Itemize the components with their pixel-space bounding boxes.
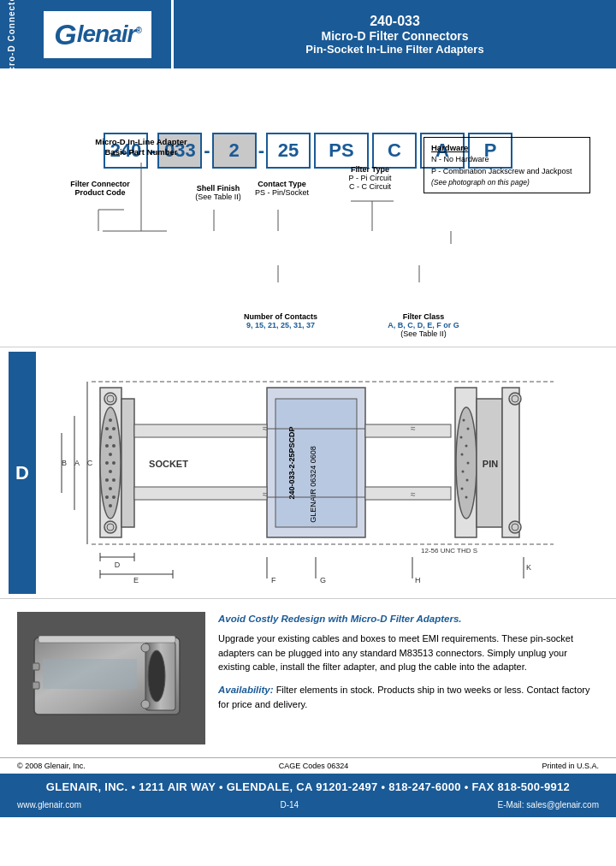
svg-point-34	[109, 470, 112, 473]
svg-point-35	[105, 478, 109, 482]
logo-g: G	[54, 18, 76, 51]
svg-point-27	[112, 427, 116, 430]
sep2: -	[202, 139, 211, 162]
product-subtitle: Pin-Socket In-Line Filter Adapters	[305, 43, 483, 56]
svg-point-31	[109, 453, 112, 456]
pn-box-25: 25	[266, 133, 311, 169]
svg-point-28	[109, 436, 112, 439]
logo-box: G lenair®	[44, 11, 151, 58]
svg-point-99	[148, 650, 165, 702]
contacts-label: Number of Contacts 9, 15, 21, 25, 31, 37	[229, 312, 332, 329]
svg-point-37	[109, 487, 112, 490]
filter-connector-label: Filter Connector Product Code	[70, 180, 130, 197]
product-headline: Avoid Costly Redesign with Micro-D Filte…	[218, 614, 462, 624]
svg-text:B: B	[62, 459, 67, 467]
svg-text:≈: ≈	[263, 489, 268, 499]
svg-point-43	[104, 521, 116, 533]
svg-text:240-033-2-25PSCDP: 240-033-2-25PSCDP	[287, 426, 296, 499]
svg-point-74	[509, 393, 521, 405]
pn-box-2: 2	[212, 133, 257, 169]
logo-area: G lenair®	[24, 0, 174, 68]
svg-text:D: D	[115, 561, 121, 569]
svg-text:GLENAIR 06324 0608: GLENAIR 06324 0608	[309, 446, 317, 523]
page-number: D-14	[280, 798, 299, 812]
technical-drawing-section: D A B C	[0, 347, 616, 598]
svg-rect-104	[33, 682, 39, 689]
product-photo	[17, 612, 205, 744]
svg-point-69	[466, 479, 469, 482]
pn-box-c: C	[372, 133, 417, 169]
product-description: Avoid Costly Redesign with Micro-D Filte…	[218, 612, 599, 744]
svg-text:H: H	[415, 576, 421, 584]
technical-drawing-svg: A B C	[40, 352, 605, 591]
svg-text:≈: ≈	[263, 424, 268, 433]
svg-point-67	[467, 462, 470, 465]
svg-point-38	[105, 495, 109, 499]
svg-text:12-56 UNC THD S: 12-56 UNC THD S	[421, 547, 477, 555]
svg-point-26	[105, 427, 109, 430]
adapter-label: Micro-D In-Line Adapter Basic Part Numbe…	[86, 137, 197, 158]
svg-point-76	[509, 521, 521, 533]
svg-point-70	[461, 488, 464, 490]
svg-text:G: G	[320, 576, 326, 584]
svg-point-29	[105, 444, 109, 448]
svg-rect-105	[43, 659, 137, 689]
svg-rect-54	[365, 424, 451, 437]
sep3: -	[257, 139, 266, 162]
hardware-box: Hardware N - No Hardware P - Combination…	[424, 137, 590, 193]
svg-point-25	[109, 418, 112, 422]
hardware-n: N - No Hardware	[431, 154, 583, 166]
svg-point-24	[100, 407, 121, 519]
svg-point-32	[105, 461, 109, 465]
svg-point-40	[109, 504, 112, 507]
footer-sub: www.glenair.com D-14 E-Mail: sales@glena…	[17, 798, 599, 812]
svg-rect-52	[134, 424, 267, 437]
availability-text: Availability: Filter elements in stock. …	[218, 683, 599, 712]
svg-text:PIN: PIN	[483, 459, 498, 469]
svg-text:F: F	[271, 576, 276, 584]
svg-rect-53	[134, 487, 267, 500]
contact-type-label: Contact Type PS - Pin/Socket	[250, 180, 314, 197]
svg-text:SOCKET: SOCKET	[149, 459, 188, 469]
svg-point-33	[112, 461, 116, 465]
svg-point-39	[112, 495, 116, 499]
svg-point-63	[467, 428, 470, 430]
svg-point-68	[462, 471, 465, 473]
svg-point-62	[463, 419, 465, 422]
hardware-p: P - Combination Jackscrew and Jackpost	[431, 166, 583, 178]
shell-finish-label: Shell Finish (See Table II)	[188, 184, 248, 201]
svg-point-65	[465, 445, 468, 448]
svg-point-61	[456, 407, 477, 519]
pn-box-ps: PS	[314, 133, 369, 169]
copyright: © 2008 Glenair, Inc.	[17, 762, 86, 770]
logo-text: lenair®	[77, 21, 141, 48]
sidebar-label: Micro-D Connectors	[0, 0, 24, 68]
cage-code: CAGE Codes 06324	[279, 762, 349, 770]
website: www.glenair.com	[17, 798, 81, 812]
product-info-section: Avoid Costly Redesign with Micro-D Filte…	[0, 598, 616, 757]
svg-point-64	[460, 436, 463, 439]
footer-top: © 2008 Glenair, Inc. CAGE Codes 06324 Pr…	[0, 757, 616, 774]
company-info: GLENAIR, INC. • 1211 AIR WAY • GLENDALE,…	[17, 779, 599, 797]
part-number-heading: 240-033	[370, 14, 420, 29]
svg-text:C: C	[87, 459, 93, 467]
drawing-area: A B C	[40, 352, 607, 594]
svg-rect-73	[502, 388, 519, 537]
footer-bottom: GLENAIR, INC. • 1211 AIR WAY • GLENDALE,…	[0, 774, 616, 817]
printed-in: Printed in U.S.A.	[542, 762, 599, 770]
svg-text:E: E	[133, 576, 139, 584]
svg-text:A: A	[74, 459, 80, 467]
d-section-label: D	[9, 352, 36, 594]
svg-rect-103	[33, 663, 39, 670]
svg-point-30	[112, 444, 116, 448]
page-header: Micro-D Connectors G lenair® 240-033 Mic…	[0, 0, 616, 68]
svg-point-71	[465, 496, 468, 499]
svg-text:K: K	[526, 563, 531, 572]
hardware-title: Hardware	[431, 142, 583, 154]
svg-text:≈: ≈	[411, 489, 416, 499]
svg-point-66	[461, 454, 464, 456]
svg-point-101	[141, 700, 150, 709]
svg-rect-23	[121, 399, 134, 527]
connector-photo-svg	[17, 612, 205, 744]
product-title: Micro-D Filter Connectors	[322, 29, 469, 43]
